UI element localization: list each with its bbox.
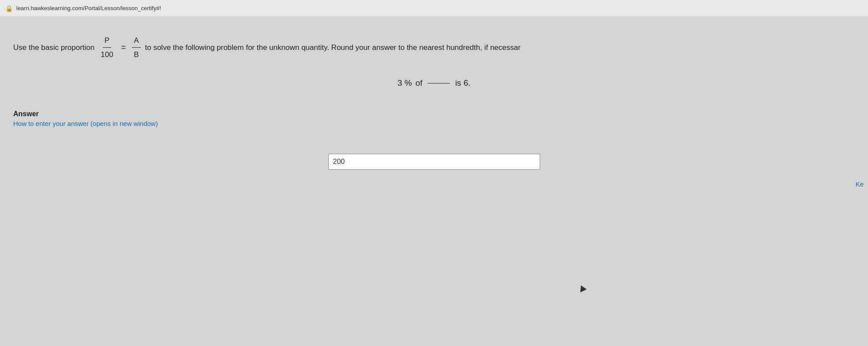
equals-sign: = (121, 41, 126, 54)
ke-link[interactable]: Ke (856, 180, 864, 188)
problem-of: of (416, 78, 423, 88)
browser-bar: 🔒 learn.hawkeslearning.com/Portal/Lesson… (0, 0, 868, 17)
answer-input[interactable] (328, 154, 540, 170)
page-content: Use the basic proportion P 100 = A B to … (0, 17, 868, 346)
instruction-prefix: Use the basic proportion (13, 42, 94, 53)
problem-instruction: Use the basic proportion P 100 = A B to … (13, 34, 855, 61)
problem-part3: is 6. (455, 78, 470, 88)
fraction1-denominator: 100 (99, 48, 115, 61)
how-to-enter-answer-link[interactable]: How to enter your answer (opens in new w… (13, 120, 158, 127)
fraction2-denominator: B (132, 48, 140, 61)
answer-input-container (13, 154, 855, 170)
problem-part1: 3 % (398, 78, 412, 88)
fraction-p-over-100: P 100 (99, 34, 115, 61)
fraction-a-over-b: A B (132, 34, 140, 61)
url-bar[interactable]: learn.hawkeslearning.com/Portal/Lesson/l… (16, 5, 161, 11)
instruction-suffix: to solve the following problem for the u… (145, 42, 521, 53)
fraction2-numerator: A (132, 34, 140, 48)
problem-blank (428, 83, 450, 84)
answer-section: Answer How to enter your answer (opens i… (13, 110, 855, 141)
problem-statement: 3 % of is 6. (13, 78, 855, 88)
cursor-pointer (577, 285, 586, 295)
fraction1-numerator: P (103, 34, 111, 48)
answer-label: Answer (13, 110, 855, 118)
lock-icon: 🔒 (5, 5, 13, 12)
